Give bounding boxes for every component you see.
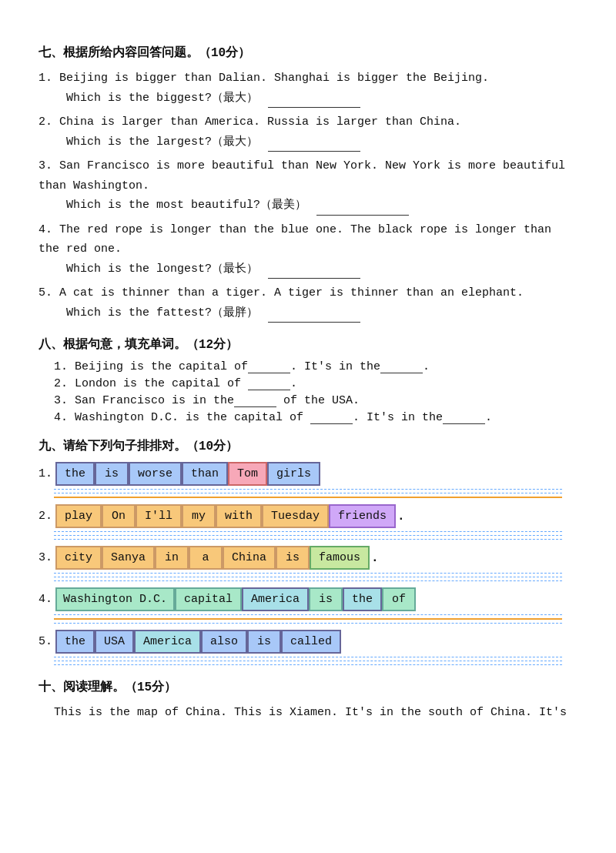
period-3: . bbox=[371, 551, 379, 565]
tile-usa[interactable]: USA bbox=[95, 630, 134, 654]
tile-is3[interactable]: is bbox=[276, 546, 310, 570]
section-eight: 八、根据句意，填充单词。（12分） 1. Beijing is the capi… bbox=[38, 336, 578, 424]
tile-on[interactable]: On bbox=[102, 504, 136, 528]
q7-4: 4. The red rope is longer than the blue … bbox=[38, 220, 578, 279]
tile-of4[interactable]: of bbox=[382, 587, 416, 611]
tile-is5[interactable]: is bbox=[247, 630, 281, 654]
section-seven-title: 七、根据所给内容回答问题。（10分） bbox=[38, 45, 578, 61]
q8-2: 2. London is the capital of . bbox=[54, 377, 578, 390]
q7-5-sub: Which is the fattest?（最胖） bbox=[66, 306, 258, 319]
q8-1: 1. Beijing is the capital of. It's in th… bbox=[54, 360, 578, 373]
q7-5-text: 5. A cat is thinner than a tiger. A tige… bbox=[38, 286, 524, 299]
q7-1-num: 1. Beijing is bigger than Dalian. Shangh… bbox=[38, 72, 489, 85]
tile-is1[interactable]: is bbox=[95, 462, 129, 486]
q9-1-answer-lines bbox=[54, 489, 562, 498]
tile-play[interactable]: play bbox=[55, 504, 102, 528]
tile-is4[interactable]: is bbox=[309, 587, 343, 611]
q7-1-answer[interactable] bbox=[268, 97, 360, 108]
q9-5-answer-lines bbox=[54, 657, 562, 665]
q9-3-row: 3. city Sanya in a China is famous . bbox=[38, 546, 578, 570]
q9-1-row: 1. the is worse than Tom girls bbox=[38, 462, 578, 486]
q9-4-answer-lines bbox=[54, 614, 562, 624]
q8-2-blank[interactable] bbox=[248, 380, 290, 390]
q9-3-answer-lines bbox=[54, 573, 562, 581]
q9-4-row: 4. Washington D.C. capital America is th… bbox=[38, 587, 578, 611]
tile-city[interactable]: city bbox=[55, 546, 102, 570]
tile-tuesday[interactable]: Tuesday bbox=[262, 504, 329, 528]
tile-sanya[interactable]: Sanya bbox=[102, 546, 155, 570]
tile-the4[interactable]: the bbox=[343, 587, 382, 611]
section-nine: 九、请给下列句子排排对。（10分） 1. the is worse than T… bbox=[38, 438, 578, 665]
q9-1-num: 1. bbox=[38, 467, 52, 480]
tile-than[interactable]: than bbox=[182, 462, 228, 486]
tile-with[interactable]: with bbox=[216, 504, 262, 528]
tile-ill[interactable]: I'll bbox=[136, 504, 182, 528]
q7-4-answer[interactable] bbox=[268, 268, 360, 279]
q8-4: 4. Washington D.C. is the capital of . I… bbox=[54, 411, 578, 424]
q9-3-num: 3. bbox=[38, 551, 52, 564]
tile-capital[interactable]: capital bbox=[175, 587, 242, 611]
q8-1-blank2[interactable] bbox=[380, 363, 423, 373]
tile-girls[interactable]: girls bbox=[267, 462, 320, 486]
q7-3-sub: Which is the most beautiful?（最美） bbox=[66, 199, 306, 212]
q7-3: 3. San Francisco is more beautiful than … bbox=[38, 156, 578, 216]
q9-5-row: 5. the USA America also is called bbox=[38, 630, 578, 654]
tile-america5[interactable]: America bbox=[134, 630, 201, 654]
q8-1-blank1[interactable] bbox=[248, 363, 290, 373]
q7-2-sub: Which is the largest?（最大） bbox=[66, 135, 258, 149]
tile-the1[interactable]: the bbox=[55, 462, 95, 486]
q9-4-num: 4. bbox=[38, 593, 52, 606]
tile-washington[interactable]: Washington D.C. bbox=[55, 587, 175, 611]
q7-2-answer[interactable] bbox=[268, 141, 360, 152]
section-seven: 七、根据所给内容回答问题。（10分） 1. Beijing is bigger … bbox=[38, 45, 578, 323]
q7-3-text: 3. San Francisco is more beautiful than … bbox=[38, 159, 565, 192]
tile-called[interactable]: called bbox=[281, 630, 341, 654]
q9-2-num: 2. bbox=[38, 510, 52, 523]
q8-4-blank2[interactable] bbox=[443, 413, 485, 424]
tile-china[interactable]: China bbox=[223, 546, 276, 570]
tile-famous[interactable]: famous bbox=[310, 546, 370, 570]
q7-2-num: 2. China is larger than America. Russia … bbox=[38, 115, 461, 129]
section-nine-title: 九、请给下列句子排排对。（10分） bbox=[38, 438, 578, 454]
q8-3: 3. San Francisco is in the of the USA. bbox=[54, 394, 578, 407]
tile-tom[interactable]: Tom bbox=[228, 462, 267, 486]
q7-4-sub: Which is the longest?（最长） bbox=[66, 263, 258, 276]
section-ten-title: 十、阅读理解。（15分） bbox=[38, 679, 578, 695]
q9-5-num: 5. bbox=[38, 635, 52, 648]
q7-5: 5. A cat is thinner than a tiger. A tige… bbox=[38, 283, 578, 323]
period-2: . bbox=[397, 510, 405, 524]
q7-2: 2. China is larger than America. Russia … bbox=[38, 112, 578, 152]
tile-a[interactable]: a bbox=[189, 546, 223, 570]
q9-2-answer-lines bbox=[54, 531, 562, 540]
tile-worse[interactable]: worse bbox=[129, 462, 182, 486]
tile-america4[interactable]: America bbox=[242, 587, 309, 611]
q7-1-sub: Which is the biggest?（最大） bbox=[66, 92, 258, 105]
tile-my[interactable]: my bbox=[182, 504, 216, 528]
section-eight-title: 八、根据句意，填充单词。（12分） bbox=[38, 336, 578, 353]
tile-in[interactable]: in bbox=[155, 546, 189, 570]
q7-5-answer[interactable] bbox=[268, 312, 360, 323]
q9-2-row: 2. play On I'll my with Tuesday friends … bbox=[38, 504, 578, 528]
q8-4-blank1[interactable] bbox=[310, 413, 353, 424]
tile-the5[interactable]: the bbox=[55, 630, 95, 654]
section-ten-text: This is the map of China. This is Xiamen… bbox=[54, 703, 578, 723]
tile-also[interactable]: also bbox=[201, 630, 247, 654]
q7-1: 1. Beijing is bigger than Dalian. Shangh… bbox=[38, 69, 578, 108]
tile-friends[interactable]: friends bbox=[329, 504, 396, 528]
q8-3-blank[interactable] bbox=[234, 396, 276, 407]
q7-4-text: 4. The red rope is longer than the blue … bbox=[38, 223, 551, 256]
q7-3-answer[interactable] bbox=[316, 205, 409, 216]
section-ten: 十、阅读理解。（15分） This is the map of China. T… bbox=[38, 679, 578, 723]
